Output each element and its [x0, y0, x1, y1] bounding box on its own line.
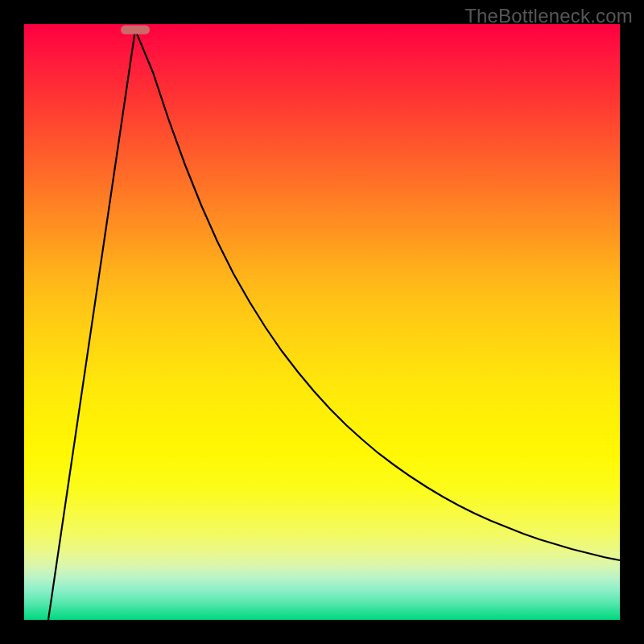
optimal-marker [121, 26, 150, 35]
curve-layer [24, 24, 620, 620]
chart-container: TheBottleneck.com [0, 0, 644, 644]
plot-area [24, 24, 620, 620]
bottleneck-curve [48, 30, 620, 620]
